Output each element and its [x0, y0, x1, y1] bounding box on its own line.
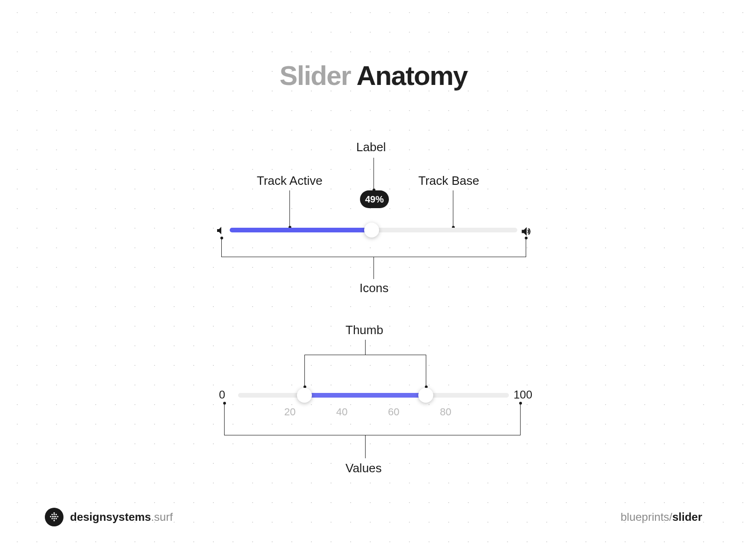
volume-mute-icon: [216, 225, 227, 236]
connector-line: [365, 435, 366, 458]
slider-tick: 80: [440, 406, 451, 418]
connector-dot: [519, 402, 522, 405]
svg-point-7: [55, 516, 56, 517]
slider-track-active[interactable]: [304, 393, 426, 398]
annotation-track-active: Track Active: [257, 174, 323, 188]
slider-tick: 60: [388, 406, 399, 418]
connector-line: [526, 238, 526, 257]
breadcrumb-current: slider: [672, 511, 702, 523]
svg-point-2: [53, 514, 55, 515]
title-prefix: Slider: [280, 60, 351, 91]
connector-line: [289, 190, 290, 227]
logo-icon: [45, 508, 63, 526]
slider-thumb-end[interactable]: [418, 388, 433, 403]
svg-point-9: [51, 518, 53, 519]
footer: designsystems.surf blueprints/slider: [45, 508, 702, 526]
slider-tick: 40: [336, 406, 347, 418]
annotation-icons: Icons: [359, 281, 388, 295]
annotation-values: Values: [345, 461, 382, 476]
page-title: Slider Anatomy: [0, 60, 747, 91]
breadcrumb: blueprints/slider: [620, 511, 702, 524]
connector-line: [221, 238, 222, 257]
connector-line: [224, 435, 521, 435]
connector-line: [365, 340, 366, 355]
annotation-thumb: Thumb: [345, 323, 383, 337]
svg-point-4: [50, 516, 51, 517]
svg-point-12: [53, 520, 55, 521]
connector-line: [224, 403, 225, 435]
svg-point-5: [52, 516, 53, 517]
breadcrumb-section: blueprints/: [620, 511, 672, 523]
connector-dot: [220, 237, 223, 239]
slider-thumb[interactable]: [364, 223, 379, 238]
slider-track-active[interactable]: [230, 228, 370, 232]
volume-up-icon: [520, 225, 533, 238]
connector-line: [426, 355, 426, 386]
brand: designsystems.surf: [45, 508, 173, 526]
slider-tick-row: 0 20 40 60 80 100: [238, 406, 509, 418]
svg-point-11: [56, 518, 57, 519]
slider-min-value: 0: [219, 388, 225, 401]
connector-line: [520, 403, 521, 435]
svg-point-0: [53, 512, 55, 514]
slider-tick: 20: [284, 406, 296, 418]
svg-point-8: [57, 516, 58, 517]
brand-name: designsystems: [70, 511, 151, 523]
brand-domain: .surf: [151, 511, 173, 523]
slider-thumb-start[interactable]: [297, 388, 312, 403]
svg-point-1: [51, 514, 53, 515]
slider-value-label: 49%: [360, 190, 389, 208]
svg-point-10: [53, 518, 55, 519]
annotation-label: Label: [356, 140, 386, 154]
connector-dot: [223, 402, 226, 405]
svg-point-3: [56, 514, 57, 515]
connector-line: [304, 355, 426, 355]
connector-line: [304, 355, 305, 386]
title-main: Anatomy: [356, 60, 467, 91]
svg-point-6: [53, 516, 55, 517]
connector-line: [453, 190, 453, 227]
slider-max-value: 100: [514, 388, 532, 401]
connector-line: [374, 158, 374, 189]
annotation-track-base: Track Base: [418, 174, 479, 188]
connector-line: [374, 257, 374, 279]
